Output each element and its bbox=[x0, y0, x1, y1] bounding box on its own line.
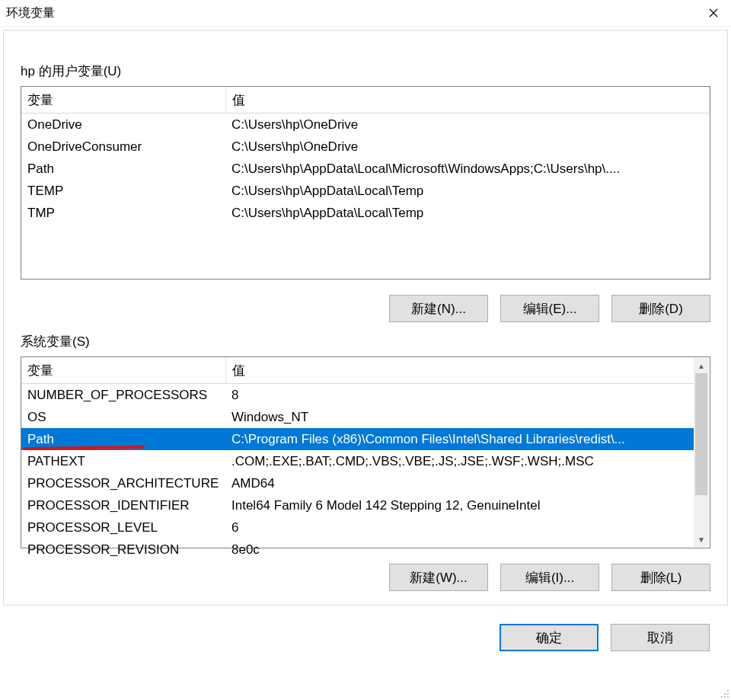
sys-new-button[interactable]: 新建(W)... bbox=[389, 564, 488, 591]
table-row[interactable]: PATHEXT.COM;.EXE;.BAT;.CMD;.VBS;.VBE;.JS… bbox=[21, 450, 694, 472]
close-button[interactable] bbox=[696, 0, 731, 26]
svg-point-5 bbox=[727, 696, 729, 698]
sys-col-variable[interactable]: 变量 bbox=[21, 357, 225, 384]
scroll-down-icon[interactable]: ▼ bbox=[694, 532, 709, 547]
scroll-up-icon[interactable]: ▲ bbox=[694, 358, 709, 373]
user-new-button[interactable]: 新建(N)... bbox=[389, 295, 488, 322]
table-row[interactable]: OSWindows_NT bbox=[21, 406, 694, 428]
window-title: 环境变量 bbox=[6, 5, 55, 21]
table-row[interactable]: TMPC:\Users\hp\AppData\Local\Temp bbox=[21, 202, 710, 224]
table-row[interactable]: PROCESSOR_LEVEL6 bbox=[21, 516, 694, 539]
table-row[interactable]: OneDriveConsumerC:\Users\hp\OneDrive bbox=[21, 136, 710, 158]
scroll-track[interactable] bbox=[694, 373, 709, 532]
user-vars-label: hp 的用户变量(U) bbox=[21, 62, 710, 80]
table-row[interactable]: PROCESSOR_ARCHITECTUREAMD64 bbox=[21, 472, 694, 494]
close-icon bbox=[709, 8, 718, 18]
table-row[interactable]: TEMPC:\Users\hp\AppData\Local\Temp bbox=[21, 180, 710, 202]
system-vars-list[interactable]: 变量 值 NUMBER_OF_PROCESSORS8 OSWindows_NT … bbox=[21, 356, 710, 548]
ok-button[interactable]: 确定 bbox=[500, 624, 599, 651]
table-row[interactable]: NUMBER_OF_PROCESSORS8 bbox=[21, 384, 694, 407]
table-row[interactable]: PROCESSOR_IDENTIFIERIntel64 Family 6 Mod… bbox=[21, 494, 694, 516]
scroll-thumb[interactable] bbox=[695, 373, 707, 495]
user-delete-button[interactable]: 删除(D) bbox=[611, 295, 710, 322]
table-row[interactable]: OneDriveC:\Users\hp\OneDrive bbox=[21, 113, 710, 136]
svg-point-0 bbox=[727, 690, 729, 692]
system-vars-label: 系统变量(S) bbox=[21, 333, 710, 350]
svg-point-3 bbox=[721, 696, 723, 698]
user-col-value[interactable]: 值 bbox=[225, 87, 710, 113]
table-row[interactable]: PathC:\Users\hp\AppData\Local\Microsoft\… bbox=[21, 158, 710, 180]
user-edit-button[interactable]: 编辑(E)... bbox=[500, 295, 599, 322]
titlebar: 环境变量 bbox=[0, 0, 731, 27]
svg-point-4 bbox=[724, 696, 726, 698]
user-col-variable[interactable]: 变量 bbox=[21, 87, 225, 113]
table-row[interactable]: PathC:\Program Files (x86)\Common Files\… bbox=[21, 428, 694, 450]
sys-delete-button[interactable]: 删除(L) bbox=[611, 564, 710, 591]
sys-col-value[interactable]: 值 bbox=[225, 357, 694, 384]
scrollbar[interactable]: ▲ ▼ bbox=[694, 358, 709, 547]
cancel-button[interactable]: 取消 bbox=[611, 624, 710, 651]
svg-point-1 bbox=[724, 693, 726, 695]
table-row[interactable]: PROCESSOR_REVISION8e0c bbox=[21, 539, 694, 561]
user-vars-list[interactable]: 变量 值 OneDriveC:\Users\hp\OneDrive OneDri… bbox=[21, 86, 710, 280]
svg-point-2 bbox=[727, 693, 729, 695]
resize-grip-icon[interactable] bbox=[719, 688, 729, 698]
sys-edit-button[interactable]: 编辑(I)... bbox=[500, 564, 599, 591]
